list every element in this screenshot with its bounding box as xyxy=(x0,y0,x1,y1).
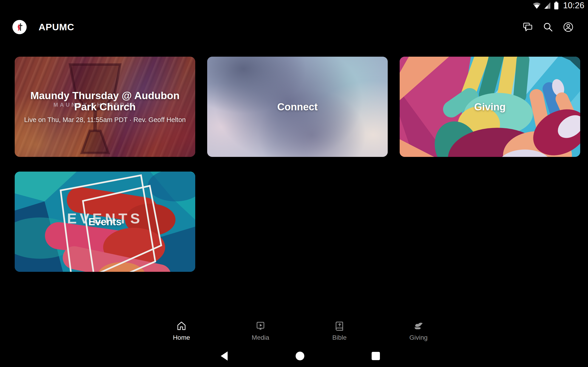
account-circle-icon xyxy=(563,22,573,32)
back-button[interactable] xyxy=(186,345,262,367)
app-title: APUMC xyxy=(39,22,74,33)
card-connect[interactable]: Connect xyxy=(207,57,388,157)
media-icon xyxy=(255,320,266,332)
app-bar-actions xyxy=(523,22,579,32)
nav-item-giving[interactable]: Giving xyxy=(379,317,458,344)
recents-icon xyxy=(371,351,380,361)
nav-item-home[interactable]: Home xyxy=(142,317,221,344)
recents-button[interactable] xyxy=(338,345,414,367)
android-nav-bar xyxy=(186,345,414,367)
card-giving[interactable]: Giving xyxy=(400,57,580,157)
account-button[interactable] xyxy=(563,22,573,32)
card-giving-label: Giving xyxy=(474,101,506,113)
featured-event-title: Maundy Thursday @ Audubon Park Church xyxy=(21,90,189,112)
card-connect-label: Connect xyxy=(277,101,318,113)
status-bar: 10:26 xyxy=(0,0,588,11)
card-maundy-thursday[interactable]: MAUNDY THURSDAY Maundy Thursday @ Audubo… xyxy=(15,57,195,157)
card-events[interactable]: EVENTS Events xyxy=(15,172,195,272)
search-button[interactable] xyxy=(543,22,553,32)
home-button[interactable] xyxy=(262,345,338,367)
featured-event-subtitle: Live on Thu, Mar 28, 11:55am PDT · Rev. … xyxy=(24,116,186,124)
umc-cross-and-flame-logo xyxy=(12,20,27,34)
nav-item-media[interactable]: Media xyxy=(221,317,300,344)
back-icon xyxy=(220,351,229,361)
nav-label: Home xyxy=(173,334,190,341)
home-icon xyxy=(176,320,187,332)
chat-icon xyxy=(523,22,533,32)
screen: 10:26 APUMC xyxy=(0,0,588,367)
cell-signal-icon xyxy=(544,2,551,9)
nav-label: Bible xyxy=(332,334,346,341)
card-row-1: MAUNDY THURSDAY Maundy Thursday @ Audubo… xyxy=(15,57,580,157)
card-row-2: EVENTS Events xyxy=(15,172,195,272)
battery-icon xyxy=(554,1,559,10)
giving-hand-icon xyxy=(413,320,424,332)
search-icon xyxy=(543,22,553,32)
bible-icon xyxy=(334,320,345,332)
wifi-icon xyxy=(533,2,541,9)
home-circle-icon xyxy=(295,351,305,361)
status-clock: 10:26 xyxy=(563,1,584,10)
nav-label: Media xyxy=(252,334,269,341)
nav-item-bible[interactable]: Bible xyxy=(300,317,379,344)
nav-label: Giving xyxy=(409,334,427,341)
app-bar: APUMC xyxy=(0,11,588,43)
card-events-label: Events xyxy=(88,216,121,227)
messages-button[interactable] xyxy=(523,22,533,32)
bottom-nav: Home Media Bible xyxy=(142,317,458,344)
